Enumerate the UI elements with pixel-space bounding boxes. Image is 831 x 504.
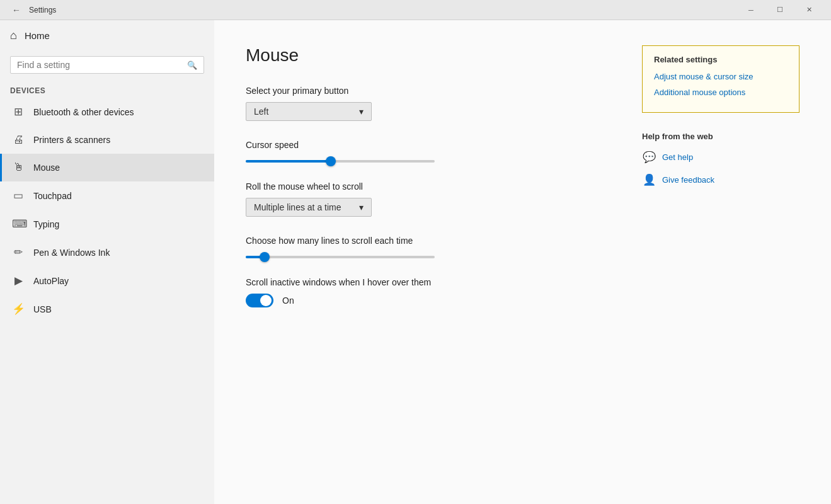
lines-section: Choose how many lines to scroll each tim… xyxy=(246,236,604,258)
lines-label: Choose how many lines to scroll each tim… xyxy=(246,236,604,246)
usb-icon: ⚡ xyxy=(12,302,25,316)
mouse-icon: 🖱 xyxy=(12,161,25,174)
autoplay-icon: ▶ xyxy=(12,274,25,287)
minimize-button[interactable]: ─ xyxy=(736,0,765,20)
sidebar-item-pen[interactable]: ✏ Pen & Windows Ink xyxy=(0,238,214,266)
sidebar: ⌂ Home 🔍 Devices ⊞ Bluetooth & other dev… xyxy=(0,20,214,504)
content-left: Mouse Select your primary button Left ▾ … xyxy=(246,45,604,479)
related-settings-title: Related settings xyxy=(654,55,788,64)
scroll-inactive-toggle[interactable] xyxy=(246,294,273,307)
app-body: ⌂ Home 🔍 Devices ⊞ Bluetooth & other dev… xyxy=(0,20,831,504)
sidebar-item-touchpad[interactable]: ▭ Touchpad xyxy=(0,181,214,210)
printers-icon: 🖨 xyxy=(12,134,25,146)
toggle-thumb xyxy=(260,295,272,306)
touchpad-icon: ▭ xyxy=(12,189,25,202)
maximize-button[interactable]: ☐ xyxy=(765,0,794,20)
roll-value: Multiple lines at a time xyxy=(254,202,341,212)
sidebar-item-autoplay[interactable]: ▶ AutoPlay xyxy=(0,266,214,295)
primary-button-dropdown[interactable]: Left ▾ xyxy=(246,102,372,121)
bluetooth-icon: ⊞ xyxy=(12,105,25,118)
scroll-inactive-section: Scroll inactive windows when I hover ove… xyxy=(246,277,604,307)
home-label: Home xyxy=(25,30,50,41)
cursor-speed-section: Cursor speed xyxy=(246,140,604,163)
titlebar-title: Settings xyxy=(29,6,736,14)
search-input[interactable] xyxy=(17,60,182,70)
chevron-down-icon: ▾ xyxy=(359,106,364,117)
sidebar-item-label: USB xyxy=(33,304,52,314)
home-button[interactable]: ⌂ Home xyxy=(0,20,214,51)
cursor-speed-fill xyxy=(246,160,331,163)
related-link-cursor-size[interactable]: Adjust mouse & cursor size xyxy=(654,72,788,81)
give-feedback-link[interactable]: Give feedback xyxy=(662,175,714,185)
related-link-mouse-options[interactable]: Additional mouse options xyxy=(654,88,788,97)
help-item-get-help[interactable]: 💬 Get help xyxy=(642,150,799,164)
sidebar-item-printers[interactable]: 🖨 Printers & scanners xyxy=(0,126,214,154)
sidebar-item-label: Mouse xyxy=(33,163,60,173)
help-section: Help from the web 💬 Get help 👤 Give feed… xyxy=(642,132,799,186)
roll-dropdown[interactable]: Multiple lines at a time ▾ xyxy=(246,198,372,217)
primary-button-value: Left xyxy=(254,106,268,117)
sidebar-item-label: AutoPlay xyxy=(33,276,69,286)
related-settings-box: Related settings Adjust mouse & cursor s… xyxy=(642,45,799,113)
sidebar-item-mouse[interactable]: 🖱 Mouse xyxy=(0,154,214,181)
sidebar-item-bluetooth[interactable]: ⊞ Bluetooth & other devices xyxy=(0,98,214,126)
roll-label: Roll the mouse wheel to scroll xyxy=(246,181,604,192)
sidebar-item-label: Pen & Windows Ink xyxy=(33,248,110,258)
sidebar-item-label: Printers & scanners xyxy=(33,135,110,145)
titlebar: ← Settings ─ ☐ ✕ xyxy=(0,0,831,20)
primary-button-section: Select your primary button Left ▾ xyxy=(246,86,604,121)
titlebar-controls: ─ ☐ ✕ xyxy=(736,0,823,20)
chevron-down-icon: ▾ xyxy=(359,202,364,212)
search-section: 🔍 xyxy=(0,51,214,81)
toggle-row: On xyxy=(246,294,604,307)
search-icon: 🔍 xyxy=(187,60,197,70)
scroll-inactive-label: Scroll inactive windows when I hover ove… xyxy=(246,277,604,287)
back-button[interactable]: ← xyxy=(8,1,25,19)
toggle-label: On xyxy=(282,295,294,306)
sidebar-item-label: Typing xyxy=(33,219,59,229)
close-button[interactable]: ✕ xyxy=(794,0,823,20)
lines-track xyxy=(246,256,435,258)
lines-thumb[interactable] xyxy=(260,252,270,262)
search-box: 🔍 xyxy=(10,56,204,74)
cursor-speed-track xyxy=(246,160,435,163)
sidebar-section-header: Devices xyxy=(0,81,214,98)
typing-icon: ⌨ xyxy=(12,217,25,231)
primary-button-label: Select your primary button xyxy=(246,86,604,96)
get-help-icon: 💬 xyxy=(642,150,656,164)
sidebar-item-label: Touchpad xyxy=(33,191,72,201)
roll-section: Roll the mouse wheel to scroll Multiple … xyxy=(246,181,604,217)
content-right: Related settings Adjust mouse & cursor s… xyxy=(642,45,799,479)
cursor-speed-thumb[interactable] xyxy=(326,156,336,166)
sidebar-item-label: Bluetooth & other devices xyxy=(33,107,134,117)
cursor-speed-label: Cursor speed xyxy=(246,140,604,150)
home-icon: ⌂ xyxy=(10,29,17,42)
sidebar-item-typing[interactable]: ⌨ Typing xyxy=(0,210,214,238)
page-title: Mouse xyxy=(246,45,604,66)
main-content: Mouse Select your primary button Left ▾ … xyxy=(214,20,831,504)
sidebar-item-usb[interactable]: ⚡ USB xyxy=(0,295,214,323)
help-item-give-feedback[interactable]: 👤 Give feedback xyxy=(642,173,799,186)
give-feedback-icon: 👤 xyxy=(642,173,656,186)
pen-icon: ✏ xyxy=(12,246,25,259)
help-title: Help from the web xyxy=(642,132,799,141)
get-help-link[interactable]: Get help xyxy=(662,152,693,162)
